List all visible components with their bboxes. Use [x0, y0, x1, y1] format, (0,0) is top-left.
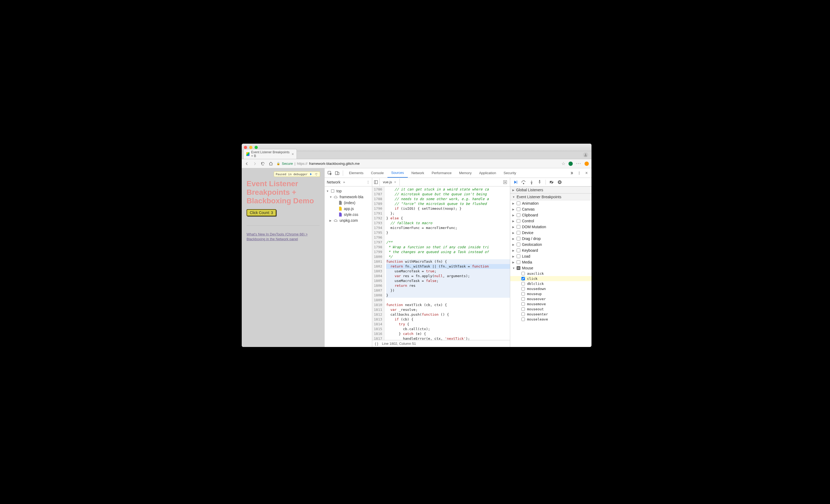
event-category[interactable]: ▶Media — [510, 259, 592, 265]
step-out-icon[interactable] — [536, 179, 543, 185]
category-checkbox[interactable] — [517, 225, 520, 229]
extension-icon[interactable] — [569, 162, 573, 166]
event-checkbox[interactable] — [521, 302, 525, 306]
event-category[interactable]: ▶Canvas — [510, 206, 592, 212]
tree-file[interactable]: style.css — [326, 212, 371, 218]
devtools-tab-console[interactable]: Console — [367, 168, 387, 177]
event-checkbox-row[interactable]: mousemove — [510, 302, 592, 307]
step-over-icon[interactable] — [520, 179, 527, 185]
category-checkbox[interactable] — [517, 207, 520, 211]
step-over-icon[interactable] — [315, 172, 318, 176]
category-checkbox[interactable] — [517, 201, 520, 205]
event-category[interactable]: ▶DOM Mutation — [510, 224, 592, 230]
extension-menu-icon[interactable]: ••• — [576, 162, 581, 166]
category-checkbox[interactable] — [517, 266, 520, 270]
devtools-tab-security[interactable]: Security — [500, 168, 520, 177]
devtools-tab-application[interactable]: Application — [475, 168, 500, 177]
pretty-print-icon[interactable]: { } — [375, 342, 378, 346]
file-tab[interactable]: vue.js× — [380, 179, 400, 186]
devtools-close-icon[interactable]: × — [583, 171, 590, 176]
event-category[interactable]: ▶Clipboard — [510, 212, 592, 218]
window-close-icon[interactable] — [244, 146, 247, 149]
category-checkbox[interactable] — [517, 237, 520, 241]
event-category[interactable]: ▶Load — [510, 253, 592, 259]
window-zoom-icon[interactable] — [255, 146, 258, 149]
category-checkbox[interactable] — [517, 231, 520, 234]
window-minimize-icon[interactable] — [249, 146, 252, 149]
bookmark-star-icon[interactable]: ☆ — [562, 161, 565, 166]
reload-icon[interactable] — [260, 161, 265, 166]
event-checkbox[interactable] — [521, 277, 525, 280]
event-checkbox-row[interactable]: mouseenter — [510, 312, 592, 317]
event-checkbox[interactable] — [521, 307, 525, 311]
devtools-tab-performance[interactable]: Performance — [428, 168, 455, 177]
deactivate-breakpoints-icon[interactable] — [548, 179, 555, 185]
resume-icon[interactable] — [512, 179, 519, 185]
sources-navigator: Network » ⋮ ▼top ▼framework-bla (index)a… — [325, 178, 372, 347]
event-category[interactable]: ▶Control — [510, 218, 592, 224]
event-checkbox[interactable] — [521, 292, 525, 295]
event-checkbox-row[interactable]: auxclick — [510, 271, 592, 276]
inspect-icon[interactable] — [326, 169, 333, 177]
forward-icon[interactable] — [252, 161, 257, 166]
tree-domain[interactable]: ▼framework-bla — [326, 194, 371, 200]
kebab-menu-icon[interactable] — [576, 169, 583, 177]
category-checkbox[interactable] — [517, 260, 520, 264]
event-checkbox-row[interactable]: mousedown — [510, 286, 592, 291]
step-into-icon[interactable] — [529, 179, 535, 185]
devtools-tab-memory[interactable]: Memory — [455, 168, 475, 177]
event-checkbox[interactable] — [521, 272, 525, 275]
event-category[interactable]: ▶Device — [510, 230, 592, 236]
event-checkbox-row[interactable]: click — [510, 276, 592, 281]
event-category[interactable]: ▶Keyboard — [510, 248, 592, 253]
category-checkbox[interactable] — [517, 219, 520, 223]
category-checkbox[interactable] — [517, 249, 520, 252]
event-checkbox[interactable] — [521, 318, 525, 321]
devtools-panel: ElementsConsoleSourcesNetworkPerformance… — [325, 168, 592, 347]
kebab-menu-icon[interactable]: ⋮ — [366, 180, 370, 184]
tree-file[interactable]: app.js — [326, 206, 371, 212]
event-checkbox[interactable] — [521, 287, 525, 290]
event-checkbox-row[interactable]: mouseleave — [510, 317, 592, 322]
device-toggle-icon[interactable] — [334, 169, 341, 177]
event-checkbox[interactable] — [521, 297, 525, 301]
toggle-debugger-icon[interactable] — [500, 180, 510, 184]
event-listener-breakpoints-section[interactable]: ▼Event Listener Breakpoints — [510, 193, 592, 200]
page-link[interactable]: What's New In DevTools (Chrome 66) > Bla… — [247, 232, 320, 242]
tree-file[interactable]: (index) — [326, 200, 371, 206]
browser-tab[interactable]: Event Listener Breakpoints + B × — [243, 149, 297, 159]
event-category[interactable]: ▶Geolocation — [510, 242, 592, 248]
profile-avatar-icon[interactable] — [583, 152, 588, 158]
event-checkbox[interactable] — [521, 312, 525, 316]
category-checkbox[interactable] — [517, 243, 520, 246]
nav-tab[interactable]: Network — [327, 180, 341, 184]
click-count-button[interactable]: Click Count: 3 — [247, 209, 276, 216]
event-checkbox-row[interactable]: dblclick — [510, 281, 592, 286]
event-category[interactable]: ▶Drag / drop — [510, 236, 592, 242]
category-checkbox[interactable] — [517, 213, 520, 217]
url-display[interactable]: 🔒 Secure | https://framework-blackboxing… — [277, 162, 558, 166]
devtools-tab-network[interactable]: Network — [408, 168, 428, 177]
tab-close-icon[interactable]: × — [292, 152, 294, 156]
back-icon[interactable] — [245, 161, 249, 166]
event-checkbox[interactable] — [521, 282, 525, 285]
toggle-navigator-icon[interactable] — [372, 179, 380, 186]
event-checkbox-row[interactable]: mouseup — [510, 291, 592, 296]
pause-exceptions-icon[interactable] — [556, 179, 563, 185]
home-icon[interactable] — [268, 161, 273, 166]
tree-top[interactable]: ▼top — [326, 188, 371, 194]
tree-cdn[interactable]: ▶unpkg.com — [326, 218, 371, 223]
more-tabs-icon[interactable]: » — [343, 180, 345, 184]
extension-icon[interactable] — [584, 162, 589, 166]
resume-icon[interactable] — [309, 172, 313, 176]
category-checkbox[interactable] — [517, 254, 520, 258]
close-icon[interactable]: × — [394, 180, 396, 184]
devtools-tab-elements[interactable]: Elements — [345, 168, 367, 177]
event-category[interactable]: ▼Mouse — [510, 265, 592, 271]
event-category[interactable]: ▶Animation — [510, 200, 592, 206]
event-checkbox-row[interactable]: mouseover — [510, 296, 592, 302]
event-checkbox-row[interactable]: mouseout — [510, 307, 592, 312]
more-tabs-icon[interactable] — [568, 169, 575, 177]
global-listeners-section[interactable]: ▶Global Listeners — [510, 186, 592, 193]
devtools-tab-sources[interactable]: Sources — [387, 168, 408, 178]
